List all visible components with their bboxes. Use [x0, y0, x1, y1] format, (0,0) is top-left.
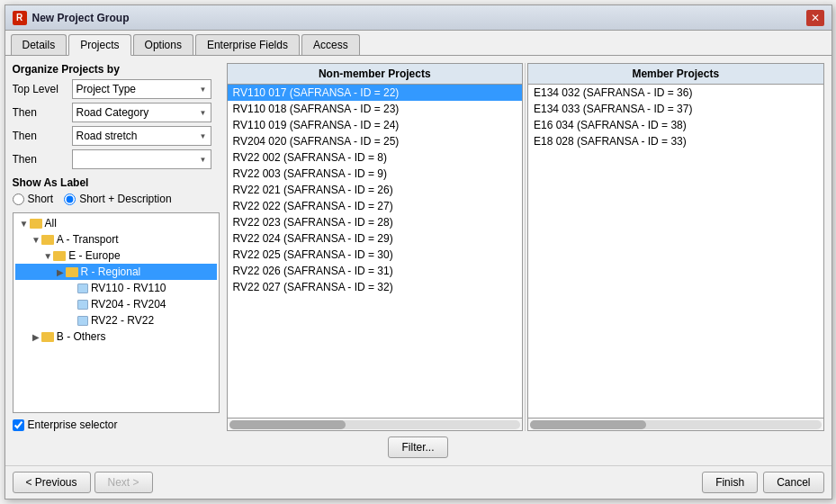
main-area: Organize Projects by Top Level Project T…: [13, 63, 824, 431]
non-member-hscroll[interactable]: [229, 420, 521, 429]
tree-item-e-europe[interactable]: ▼E - Europe: [15, 248, 217, 264]
show-as-label: Show As Label: [13, 176, 220, 189]
tree-item-label: RV110 - RV110: [91, 282, 166, 294]
non-member-item[interactable]: RV22 022 (SAFRANSA - ID = 27): [228, 198, 523, 214]
non-member-item[interactable]: RV22 002 (SAFRANSA - ID = 8): [228, 149, 523, 166]
non-member-item[interactable]: RV110 017 (SAFRANSA - ID = 22): [228, 85, 523, 101]
tree-indent: [31, 314, 42, 327]
right-panel: Non-member Projects RV110 017 (SAFRANSA …: [227, 63, 824, 431]
finish-button[interactable]: Finish: [702, 472, 758, 493]
cancel-button[interactable]: Cancel: [763, 472, 823, 493]
organize-row-1: Then Road Category ▼: [13, 103, 220, 122]
member-item[interactable]: E134 033 (SAFRANSA - ID = 37): [528, 101, 823, 117]
radio-short[interactable]: Short: [13, 193, 54, 205]
member-section: Member Projects E134 032 (SAFRANSA - ID …: [527, 63, 824, 431]
tree-indent: [42, 314, 54, 327]
tree-item-a-transport[interactable]: ▼A - Transport: [15, 231, 217, 248]
tree-item-b-others[interactable]: ▶B - Others: [15, 328, 217, 345]
radio-group: Short Short + Description: [13, 193, 220, 205]
tab-enterprise-fields[interactable]: Enterprise Fields: [195, 34, 300, 55]
tree-item-label: All: [45, 217, 57, 230]
organize-section: Organize Projects by Top Level Project T…: [13, 63, 220, 169]
member-scrollbar[interactable]: [527, 418, 824, 431]
tree-item-rv22[interactable]: RV22 - RV22: [15, 312, 217, 328]
radio-short-desc-input[interactable]: [64, 194, 76, 205]
tree-item-label: E - Europe: [68, 249, 120, 262]
non-member-item[interactable]: RV22 026 (SAFRANSA - ID = 31): [228, 263, 523, 279]
then-combo-1[interactable]: Road Category ▼: [72, 103, 211, 122]
tree-expander[interactable]: ▼: [19, 219, 30, 229]
tree-indent: [19, 266, 31, 278]
tree-indent: [31, 266, 42, 278]
non-member-item[interactable]: RV22 021 (SAFRANSA - ID = 26): [228, 182, 523, 198]
tree-expander[interactable]: ▶: [31, 332, 41, 342]
member-item[interactable]: E134 032 (SAFRANSA - ID = 36): [528, 85, 823, 101]
member-item[interactable]: E18 028 (SAFRANSA - ID = 33): [528, 133, 823, 149]
tree-item-rv204[interactable]: RV204 - RV204: [15, 296, 217, 312]
bottom-nav: < Previous Next >: [13, 472, 153, 493]
tree-indent: [55, 282, 67, 294]
tab-access[interactable]: Access: [301, 34, 360, 55]
tree-item-label: RV22 - RV22: [91, 314, 154, 327]
next-button[interactable]: Next >: [94, 472, 153, 493]
top-level-combo[interactable]: Project Type ▼: [72, 79, 211, 99]
non-member-item[interactable]: RV22 025 (SAFRANSA - ID = 30): [228, 247, 523, 263]
close-button[interactable]: ✕: [806, 10, 824, 26]
tab-projects[interactable]: Projects: [68, 34, 130, 56]
combo-arrow-2: ▼: [200, 132, 207, 140]
previous-button[interactable]: < Previous: [13, 472, 91, 493]
combo-arrow-0: ▼: [200, 86, 207, 94]
tree-expander[interactable]: ▼: [31, 235, 41, 245]
tree-container[interactable]: ▼All ▼A - Transport ▼E - Europe ▶R - Reg…: [13, 212, 220, 413]
non-member-hscroll-thumb: [229, 420, 346, 429]
member-header: Member Projects: [527, 63, 824, 84]
tree-expander[interactable]: ▼: [42, 251, 53, 261]
enterprise-checkbox-input[interactable]: [13, 419, 24, 431]
member-hscroll-thumb: [530, 420, 646, 429]
non-member-item[interactable]: RV22 027 (SAFRANSA - ID = 32): [228, 279, 523, 295]
radio-short-input[interactable]: [13, 194, 24, 205]
tree-item-all[interactable]: ▼All: [15, 215, 217, 231]
tree-expander[interactable]: ▶: [55, 267, 66, 277]
window-title: New Project Group: [32, 12, 806, 24]
folder-icon: [41, 235, 54, 245]
tree-item-r-regional[interactable]: ▶R - Regional: [15, 264, 217, 280]
non-member-scrollbar[interactable]: [227, 418, 524, 431]
filter-button[interactable]: Filter...: [388, 436, 447, 458]
radio-short-desc[interactable]: Short + Description: [64, 193, 171, 205]
tree-indent: [55, 314, 67, 327]
combo-arrow-1: ▼: [200, 109, 207, 117]
tree-indent: [42, 266, 54, 278]
tree-indent: [19, 233, 31, 246]
non-member-item[interactable]: RV22 023 (SAFRANSA - ID = 28): [228, 214, 523, 230]
tab-options[interactable]: Options: [133, 34, 193, 55]
tree-indent-leaf: [67, 300, 77, 310]
tree-indent: [42, 282, 54, 294]
left-panel: Organize Projects by Top Level Project T…: [13, 63, 220, 431]
main-window: R New Project Group ✕ Details Projects O…: [4, 4, 832, 500]
tree-item-label: B - Others: [57, 330, 106, 343]
non-member-item[interactable]: RV110 019 (SAFRANSA - ID = 24): [228, 117, 523, 133]
tab-details[interactable]: Details: [11, 34, 67, 55]
non-member-item[interactable]: RV22 024 (SAFRANSA - ID = 29): [228, 230, 523, 247]
non-member-list[interactable]: RV110 017 (SAFRANSA - ID = 22)RV110 018 …: [227, 84, 524, 418]
folder-icon: [41, 332, 54, 342]
tree-indent: [31, 249, 42, 262]
non-member-item[interactable]: RV204 020 (SAFRANSA - ID = 25): [228, 133, 523, 149]
non-member-item[interactable]: RV22 003 (SAFRANSA - ID = 9): [228, 166, 523, 182]
non-member-item[interactable]: RV110 018 (SAFRANSA - ID = 23): [228, 101, 523, 117]
tree-indent: [19, 314, 31, 327]
then-combo-2[interactable]: Road stretch ▼: [72, 126, 211, 146]
title-bar: R New Project Group ✕: [5, 5, 832, 31]
organize-label: Organize Projects by: [13, 63, 220, 76]
member-hscroll[interactable]: [530, 420, 822, 429]
content-area: Organize Projects by Top Level Project T…: [5, 56, 832, 465]
member-item[interactable]: E16 034 (SAFRANSA - ID = 38): [528, 117, 823, 133]
tree-indent: [42, 298, 54, 310]
member-list[interactable]: E134 032 (SAFRANSA - ID = 36)E134 033 (S…: [527, 84, 824, 418]
app-icon: R: [13, 11, 27, 25]
tree-item-label: RV204 - RV204: [91, 298, 166, 310]
tree-item-label: A - Transport: [57, 233, 119, 246]
then-combo-3[interactable]: ▼: [72, 149, 211, 169]
tree-item-rv110[interactable]: RV110 - RV110: [15, 280, 217, 296]
